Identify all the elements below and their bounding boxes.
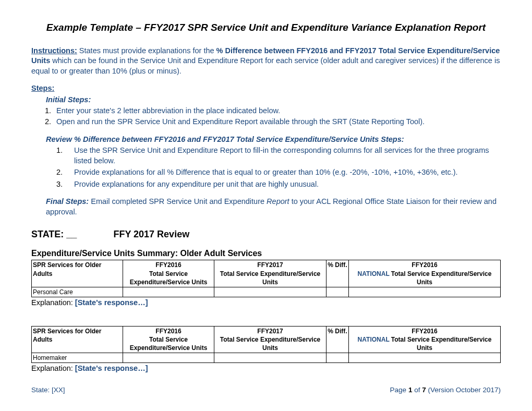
th-diff: % Diff. [327, 260, 349, 287]
th-diff: % Diff. [327, 326, 349, 353]
table-header-row: SPR Services for Older Adults FFY2016 To… [32, 260, 501, 287]
table-row: Homemaker [32, 353, 501, 363]
table-row: Personal Care [32, 287, 501, 297]
review-steps-heading: Review % Difference between FFY2016 and … [46, 135, 501, 145]
list-item: Use the SPR Service Unit and Expenditure… [65, 146, 501, 166]
explanation-label: Explanation: [31, 298, 75, 307]
state-label: STATE: __ [31, 229, 77, 239]
service-cell: Homemaker [32, 353, 123, 363]
th-services: SPR Services for Older Adults [32, 260, 123, 287]
explanation-label: Explanation: [31, 364, 75, 372]
explanation-response: [State's response…] [75, 364, 148, 372]
instructions-paragraph: Instructions: States must provide explan… [31, 46, 501, 77]
th-services: SPR Services for Older Adults [32, 326, 123, 353]
data-cell [123, 287, 214, 297]
list-item: Enter your state's 2 letter abbreviation… [53, 106, 501, 116]
service-cell: Personal Care [32, 287, 123, 297]
data-cell [327, 353, 349, 363]
final-steps-text-1: Email completed SPR Service Unit and Exp… [89, 197, 267, 206]
final-steps-label: Final Steps: [46, 197, 89, 206]
th-ffy2016: FFY2016 Total Service Expenditure/Servic… [123, 326, 214, 353]
list-item: Provide explanations for any expenditure… [65, 179, 501, 190]
document-title: Example Template – FFY2017 SPR Service U… [31, 21, 501, 34]
data-cell [214, 353, 327, 363]
list-item: Provide explanations for all % Differenc… [65, 167, 501, 178]
data-cell [214, 287, 327, 297]
page-footer: State: [XX] Page 1 of 7 (Version October… [31, 385, 501, 395]
final-steps-paragraph: Final Steps: Email completed SPR Service… [46, 197, 501, 217]
service-table-2: SPR Services for Older Adults FFY2016 To… [31, 326, 501, 364]
initial-steps-heading: Initial Steps: [46, 95, 501, 105]
list-item: Open and run the SPR Service Unit and Ex… [53, 117, 501, 127]
final-steps-italic: Report [267, 197, 289, 206]
service-table-1: SPR Services for Older Adults FFY2016 To… [31, 260, 501, 297]
steps-label: Steps: [31, 83, 501, 94]
instructions-text-2: which can be found in the Service Unit a… [31, 56, 500, 75]
explanation-line: Explanation: [State's response…] [31, 364, 501, 374]
data-cell [123, 353, 214, 363]
summary-heading: Expenditure/Service Units Summary: Older… [31, 248, 501, 259]
data-cell [349, 287, 501, 297]
explanation-response: [State's response…] [75, 298, 148, 307]
footer-state: State: [XX] [31, 385, 65, 395]
data-cell [327, 287, 349, 297]
review-steps-list: Use the SPR Service Unit and Expenditure… [65, 146, 501, 189]
th-ffy2016: FFY2016 Total Service Expenditure/Servic… [123, 260, 214, 287]
data-cell [349, 353, 501, 363]
initial-steps-list: Enter your state's 2 letter abbreviation… [53, 106, 501, 127]
review-label: FFY 2017 Review [113, 229, 189, 239]
state-review-line: STATE: __ FFY 2017 Review [31, 228, 501, 240]
footer-page-info: Page 1 of 7 (Version October 2017) [390, 385, 501, 395]
table-header-row: SPR Services for Older Adults FFY2016 To… [32, 326, 501, 353]
explanation-line: Explanation: [State's response…] [31, 298, 501, 308]
instructions-label: Instructions: [31, 46, 77, 55]
th-ffy2017: FFY2017 Total Service Expenditure/Servic… [214, 260, 327, 287]
th-national: FFY2016 NATIONAL Total Service Expenditu… [349, 326, 501, 353]
instructions-text-1: States must provide explanations for the [77, 46, 216, 55]
th-ffy2017: FFY2017 Total Service Expenditure/Servic… [214, 326, 327, 353]
th-national: FFY2016 NATIONAL Total Service Expenditu… [349, 260, 501, 287]
